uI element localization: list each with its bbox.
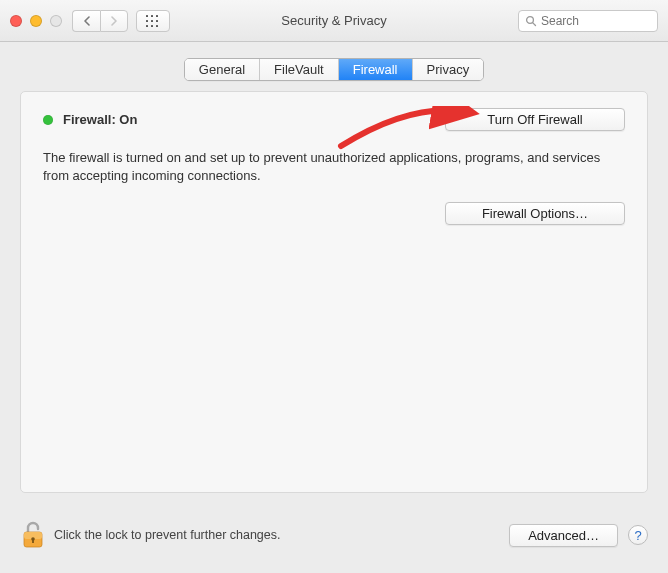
- options-row: Firewall Options…: [43, 202, 625, 225]
- titlebar: Security & Privacy: [0, 0, 668, 42]
- firewall-status-label: Firewall: On: [63, 112, 137, 127]
- tabs-row: General FileVault Firewall Privacy: [0, 42, 668, 91]
- back-button[interactable]: [72, 10, 100, 32]
- footer: Click the lock to prevent further change…: [0, 507, 668, 573]
- tab-bar: General FileVault Firewall Privacy: [184, 58, 484, 81]
- forward-button[interactable]: [100, 10, 128, 32]
- status-indicator-icon: [43, 115, 53, 125]
- minimize-window-button[interactable]: [30, 15, 42, 27]
- tab-privacy[interactable]: Privacy: [413, 59, 484, 80]
- firewall-options-button[interactable]: Firewall Options…: [445, 202, 625, 225]
- show-all-button[interactable]: [136, 10, 170, 32]
- advanced-button[interactable]: Advanced…: [509, 524, 618, 547]
- search-field[interactable]: [518, 10, 658, 32]
- content-pane: Firewall: On Turn Off Firewall The firew…: [20, 91, 648, 493]
- turn-off-firewall-button[interactable]: Turn Off Firewall: [445, 108, 625, 131]
- search-field-wrap: [518, 10, 658, 32]
- tab-general[interactable]: General: [185, 59, 260, 80]
- tab-firewall[interactable]: Firewall: [339, 59, 413, 80]
- grid-icon: [146, 15, 160, 27]
- preferences-window: Security & Privacy General FileVault Fir…: [0, 0, 668, 573]
- window-controls: [10, 15, 62, 27]
- help-button[interactable]: ?: [628, 525, 648, 545]
- firewall-status-row: Firewall: On Turn Off Firewall: [43, 108, 625, 131]
- close-window-button[interactable]: [10, 15, 22, 27]
- zoom-window-button[interactable]: [50, 15, 62, 27]
- svg-line-1: [533, 22, 536, 25]
- lock-icon[interactable]: [20, 520, 46, 550]
- tab-filevault[interactable]: FileVault: [260, 59, 339, 80]
- search-input[interactable]: [541, 14, 651, 28]
- lock-hint-text: Click the lock to prevent further change…: [54, 528, 281, 542]
- help-icon: ?: [634, 528, 641, 543]
- firewall-description: The firewall is turned on and set up to …: [43, 149, 603, 184]
- svg-rect-5: [32, 539, 34, 543]
- search-icon: [525, 15, 537, 27]
- nav-buttons: [72, 10, 128, 32]
